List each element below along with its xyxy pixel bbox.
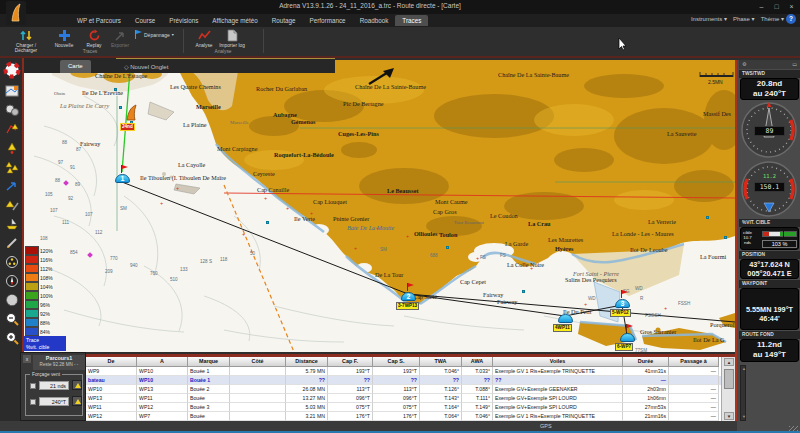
depannage-button[interactable]: Dépannage ▾: [134, 30, 174, 39]
table-cell: 193°T: [328, 367, 373, 376]
gear-icon[interactable]: ⚙: [742, 61, 746, 67]
hazard-symbol: +: [176, 186, 179, 190]
sidebar-scrollbar[interactable]: ▲ ▼: [740, 365, 746, 421]
marks-group-tool-button[interactable]: [3, 158, 21, 175]
menu-item-course[interactable]: Course: [128, 15, 162, 26]
table-header-de[interactable]: De: [86, 357, 137, 367]
table-scroll-thumb[interactable]: [724, 369, 734, 389]
waypoint-marker[interactable]: 3: [615, 299, 630, 308]
waypoint-marker[interactable]: 2: [401, 292, 416, 301]
legend-percent: 96%: [39, 302, 51, 308]
legend-swatch: [25, 318, 39, 327]
table-header-awa[interactable]: AWA: [462, 357, 493, 367]
table-scroll-up-icon[interactable]: ▲: [724, 358, 734, 366]
table-header-marque[interactable]: Marque: [188, 357, 230, 367]
options-icon[interactable]: ▭: [792, 61, 797, 67]
wind-speed-mark-button[interactable]: [72, 380, 82, 390]
pencil-tool-button[interactable]: [3, 234, 21, 251]
boat-tool-button[interactable]: [3, 215, 21, 232]
menu-item-traces[interactable]: Traces: [395, 15, 428, 26]
menu-bar: WP et ParcoursCoursePrévisionsAffichage …: [0, 14, 800, 27]
table-cell: Bouée 3: [188, 403, 230, 412]
table-row[interactable]: WP12WP7Bouée3.21 MN176°T176°TT.064°T.046…: [86, 412, 721, 421]
table-header-voiles[interactable]: Voiles: [493, 357, 623, 367]
wind-speed-field[interactable]: 21 nds: [39, 381, 69, 390]
instruments-tool-button[interactable]: [3, 101, 21, 118]
boat-icon[interactable]: [124, 104, 138, 122]
wind-dir-checkbox[interactable]: [30, 399, 36, 405]
map-label: La Fourmi: [700, 253, 726, 260]
table-row[interactable]: WP9WP10Bouée 15.79 MN193°T193°TT.046°T.0…: [86, 367, 721, 376]
table-header-twa[interactable]: TWA: [420, 357, 462, 367]
importer-log-button[interactable]: Importer log: [216, 29, 248, 48]
map-label: Gémenos: [291, 118, 315, 125]
chart-tool-button[interactable]: [3, 82, 21, 99]
table-scrollbar[interactable]: ▲ ▼: [721, 357, 735, 421]
parcours-close-button[interactable]: x: [23, 355, 31, 363]
table-row[interactable]: WP13WP11Bouée13.27 MN096°T096°TT.143°T.1…: [86, 394, 721, 403]
table-cell: T.033°: [462, 367, 493, 376]
minimize-button[interactable]: –: [755, 2, 768, 12]
close-button[interactable]: ×: [785, 2, 798, 12]
waypoint-marker[interactable]: [558, 314, 573, 323]
maximize-button[interactable]: □: [770, 2, 783, 12]
scroll-down-icon[interactable]: ▼: [741, 414, 747, 420]
compass-tool-tool-button[interactable]: [3, 272, 21, 289]
menu-item-wp-et-parcours[interactable]: WP et Parcours: [70, 15, 128, 26]
menu-item-performance[interactable]: Performance: [303, 15, 353, 26]
wind-dir-mark-button[interactable]: [72, 396, 82, 406]
table-scroll-down-icon[interactable]: ▼: [724, 412, 734, 420]
waypoint-label: 3-7WP13: [396, 302, 419, 310]
depth-sounding: 50: [250, 251, 255, 256]
exporter-button[interactable]: Exporter: [104, 29, 136, 48]
lifering-icon[interactable]: [3, 61, 21, 79]
depth-sounding: 88: [55, 178, 60, 183]
load-unload-icon: [19, 29, 34, 42]
wind-dir-field[interactable]: 240°T: [39, 397, 69, 406]
map-label: Ile De L'Erevine: [82, 89, 123, 96]
map-label: Baie De La Moutte: [347, 224, 394, 231]
waypoint-marker[interactable]: [620, 333, 635, 342]
menu-right-instruments[interactable]: Instruments ▾: [691, 15, 727, 22]
menu-item-affichage-m-t-o[interactable]: Affichage météo: [205, 15, 264, 26]
route-fond-value: 11.2nd au 149°T: [740, 339, 799, 362]
table-cell: ??: [328, 376, 373, 385]
route-arrow-tool-button[interactable]: [3, 177, 21, 194]
table-header-distance[interactable]: Distance: [286, 357, 328, 367]
waypoint-marker[interactable]: 1: [115, 174, 130, 183]
depth-sounding: 133: [180, 267, 188, 272]
table-header-c-t-[interactable]: Côté: [230, 357, 286, 367]
track-marks-tool-button[interactable]: [3, 120, 21, 137]
table-header-dur-e[interactable]: Durée: [623, 357, 669, 367]
table-header-a[interactable]: A: [137, 357, 188, 367]
menu-item-pr-visions[interactable]: Prévisions: [162, 15, 205, 26]
zoom-out-tool-button[interactable]: [3, 310, 21, 327]
mark-tool-button[interactable]: [3, 139, 21, 156]
table-header-passage-[interactable]: Passage à: [669, 357, 719, 367]
tab-carte[interactable]: Carte: [60, 60, 91, 73]
table-header-cap-s-[interactable]: Cap S.: [373, 357, 420, 367]
scroll-up-icon[interactable]: ▲: [741, 366, 747, 372]
table-row[interactable]: bateauWP10Bouée 1????????????—: [86, 376, 721, 385]
table-header-cap-f-[interactable]: Cap F.: [328, 357, 373, 367]
nouvelle-button[interactable]: Nouvelle: [48, 29, 80, 48]
menu-right-phase[interactable]: Phase ▾: [733, 15, 755, 22]
wind-speed-checkbox[interactable]: [30, 383, 36, 389]
table-row[interactable]: WP11WP12Bouée 35.03 MN075°T075°TT.164°T.…: [86, 403, 721, 412]
forcage-vent-label: Forçage vent: [30, 372, 62, 377]
menu-item-roadbook[interactable]: Roadbook: [353, 15, 396, 26]
zoom-in-tool-button[interactable]: [3, 329, 21, 346]
circle-marks-tool-button[interactable]: [3, 253, 21, 270]
chart-canvas[interactable]: Chaîne De L'EstaqueLes Quatre CheminsRoc…: [24, 60, 735, 352]
menu-right-thème[interactable]: Thème ▾: [761, 15, 784, 22]
selection-tool-button[interactable]: [3, 291, 21, 308]
parcours-title-box[interactable]: Parcours1 Reste 92.28 MN - -: [33, 355, 85, 370]
depth-sounding: 107: [85, 212, 93, 217]
tab-nouvel-onglet[interactable]: ◇ Nouvel Onglet: [116, 60, 176, 73]
table-cell: Exemple GV+Exemple GEENAKER: [493, 385, 623, 394]
help-icon[interactable]: ?: [786, 14, 796, 24]
ribbon-separator: [263, 29, 264, 53]
table-row[interactable]: WP10WP13Bouée 226.08 MN113°T113°TT.126°T…: [86, 385, 721, 394]
menu-item-routage[interactable]: Routage: [265, 15, 303, 26]
marks-edit-tool-button[interactable]: [3, 196, 21, 213]
